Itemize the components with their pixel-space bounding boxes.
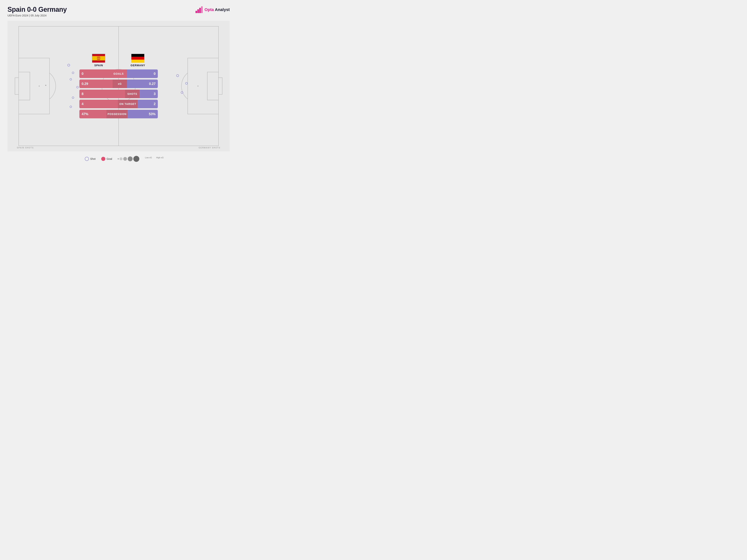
spain-shot-4 bbox=[76, 86, 79, 88]
svg-rect-8 bbox=[19, 58, 50, 114]
svg-rect-12 bbox=[188, 58, 218, 114]
svg-rect-9 bbox=[19, 72, 30, 100]
xg-stat-row: 0.29 xG 0.27 bbox=[79, 80, 158, 88]
shots-stat-row: 8 SHOTS 3 bbox=[79, 89, 158, 98]
svg-rect-19 bbox=[98, 57, 99, 59]
spain-goals: 0 bbox=[79, 70, 110, 78]
xg-label: xG bbox=[112, 80, 127, 88]
xg-dot-xlarge bbox=[133, 156, 139, 162]
team-headers: SPAIN GERMANY bbox=[79, 54, 158, 67]
high-xg-label: High xG bbox=[156, 156, 163, 159]
shots-label: SHOTS bbox=[125, 89, 139, 98]
legend-goal-item: Goal bbox=[101, 157, 112, 161]
legend-shot-item: Shot bbox=[85, 157, 96, 161]
opta-logo-icon bbox=[195, 6, 203, 14]
spain-possession: 47% bbox=[79, 110, 106, 118]
brand-logo: Opta Analyst bbox=[195, 6, 230, 14]
xg-dot-large bbox=[128, 156, 133, 161]
legend-xg-item bbox=[118, 156, 139, 162]
spain-flag bbox=[92, 54, 105, 63]
svg-rect-13 bbox=[207, 72, 218, 100]
football-pitch: SPAIN GERMANY 0 GOALS 0 bbox=[7, 21, 230, 151]
svg-rect-20 bbox=[99, 57, 100, 59]
stats-overlay: SPAIN GERMANY 0 GOALS 0 bbox=[79, 54, 158, 118]
svg-point-11 bbox=[38, 85, 40, 87]
svg-rect-14 bbox=[218, 78, 222, 95]
spain-shots: 8 bbox=[79, 89, 125, 98]
legend-shot-label: Shot bbox=[90, 157, 96, 160]
low-xg-label: Low xG bbox=[145, 156, 152, 159]
possession-label: POSSESSION bbox=[106, 110, 128, 118]
svg-rect-10 bbox=[15, 78, 19, 95]
spain-name: SPAIN bbox=[94, 64, 103, 67]
spain-shot-2 bbox=[72, 72, 74, 74]
svg-rect-22 bbox=[131, 57, 144, 59]
xg-scale bbox=[118, 156, 139, 162]
svg-point-15 bbox=[198, 85, 199, 87]
germany-on-target: 2 bbox=[138, 100, 158, 108]
germany-goals: 0 bbox=[127, 70, 158, 78]
germany-shot-2 bbox=[185, 82, 188, 85]
logo-text: Opta Analyst bbox=[205, 7, 230, 12]
possession-stat-row: 47% POSSESSION 53% bbox=[79, 110, 158, 118]
goals-stat-row: 0 GOALS 0 bbox=[79, 70, 158, 78]
on-target-stat-row: 4 ON TARGET 2 bbox=[79, 100, 158, 108]
spain-shot-5 bbox=[72, 97, 74, 99]
spain-header: SPAIN bbox=[92, 54, 105, 67]
match-subtitle: UEFA Euro 2024 | 05 July 2024 bbox=[7, 14, 67, 17]
legend: Shot Goal Low xG High xG bbox=[7, 154, 230, 163]
legend-xg-labels: Low xG High xG bbox=[145, 156, 152, 161]
germany-possession: 53% bbox=[128, 110, 158, 118]
xg-dot-medium bbox=[123, 157, 127, 161]
svg-rect-0 bbox=[196, 11, 197, 13]
page-header: Spain 0-0 Germany UEFA Euro 2024 | 05 Ju… bbox=[7, 6, 230, 17]
svg-rect-3 bbox=[201, 6, 203, 13]
svg-rect-21 bbox=[131, 54, 144, 57]
svg-rect-2 bbox=[199, 8, 201, 13]
germany-shots: 3 bbox=[139, 89, 158, 98]
xg-dot-small bbox=[120, 157, 123, 160]
svg-rect-1 bbox=[198, 9, 199, 13]
svg-rect-23 bbox=[131, 60, 144, 62]
germany-shots-label: GERMANY SHOTS bbox=[199, 146, 221, 149]
legend-shot-icon bbox=[85, 157, 89, 161]
germany-xg: 0.27 bbox=[127, 80, 158, 88]
title-block: Spain 0-0 Germany UEFA Euro 2024 | 05 Ju… bbox=[7, 6, 67, 17]
pitch-wrapper: SPAIN GERMANY 0 GOALS 0 bbox=[7, 21, 230, 151]
spain-shots-label: SPAIN SHOTS bbox=[17, 146, 34, 149]
xg-dot-tiny bbox=[118, 158, 119, 159]
germany-name: GERMANY bbox=[131, 64, 145, 67]
germany-header: GERMANY bbox=[131, 54, 145, 67]
legend-goal-label: Goal bbox=[107, 157, 112, 160]
match-title: Spain 0-0 Germany bbox=[7, 6, 67, 14]
goals-label: GOALS bbox=[110, 70, 127, 78]
germany-flag bbox=[131, 54, 145, 63]
legend-goal-icon bbox=[101, 157, 105, 161]
spain-on-target: 4 bbox=[79, 100, 118, 108]
spain-xg: 0.29 bbox=[79, 80, 112, 88]
on-target-label: ON TARGET bbox=[118, 100, 138, 108]
